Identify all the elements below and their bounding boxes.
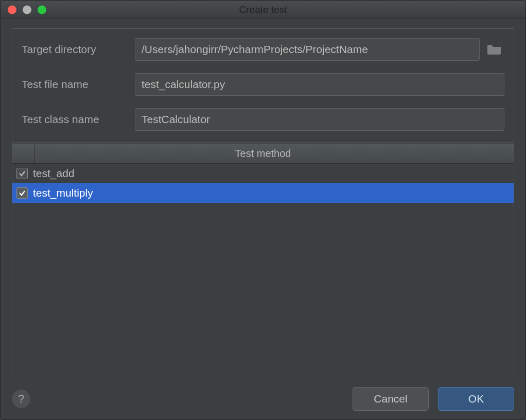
help-button[interactable]: ? bbox=[12, 390, 30, 408]
dialog-content: Target directory Test file name Test cla… bbox=[1, 19, 525, 378]
minimize-icon[interactable] bbox=[23, 5, 31, 14]
table-row[interactable]: test_add bbox=[12, 164, 514, 183]
dialog-footer: ? Cancel OK bbox=[1, 378, 525, 419]
row-test-file-name: Test file name bbox=[22, 73, 504, 96]
table-header-label: Test method bbox=[235, 148, 291, 160]
ok-button[interactable]: OK bbox=[438, 387, 514, 411]
window-title: Create test bbox=[1, 4, 525, 15]
method-name: test_multiply bbox=[33, 187, 93, 199]
close-icon[interactable] bbox=[8, 5, 16, 14]
test-class-name-input[interactable] bbox=[135, 108, 504, 131]
table-header: Test method bbox=[12, 144, 514, 164]
method-name: test_add bbox=[33, 167, 75, 180]
maximize-icon[interactable] bbox=[38, 5, 46, 14]
row-checkbox[interactable] bbox=[16, 187, 28, 199]
folder-open-icon bbox=[487, 44, 501, 55]
target-directory-input[interactable] bbox=[135, 38, 480, 61]
cancel-button[interactable]: Cancel bbox=[353, 387, 429, 411]
column-separator bbox=[34, 144, 34, 163]
form-box: Target directory Test file name Test cla… bbox=[12, 28, 514, 143]
check-icon bbox=[18, 189, 26, 197]
test-file-name-input[interactable] bbox=[135, 73, 504, 96]
label-target-directory: Target directory bbox=[22, 43, 135, 56]
row-checkbox[interactable] bbox=[16, 168, 28, 179]
create-test-dialog: Create test Target directory Test file n… bbox=[0, 0, 526, 420]
label-test-file-name: Test file name bbox=[22, 78, 135, 91]
test-methods-table: Test method test_addtest_multiply bbox=[12, 144, 514, 378]
table-row[interactable]: test_multiply bbox=[12, 183, 514, 203]
label-test-class-name: Test class name bbox=[22, 113, 135, 126]
table-body: test_addtest_multiply bbox=[12, 164, 514, 378]
help-icon: ? bbox=[18, 392, 24, 406]
row-target-directory: Target directory bbox=[22, 38, 504, 61]
cancel-label: Cancel bbox=[374, 393, 407, 405]
titlebar: Create test bbox=[1, 1, 525, 19]
ok-label: OK bbox=[468, 393, 484, 405]
browse-button[interactable] bbox=[484, 39, 504, 60]
row-test-class-name: Test class name bbox=[22, 108, 504, 131]
check-icon bbox=[18, 169, 26, 178]
window-controls bbox=[8, 5, 46, 14]
